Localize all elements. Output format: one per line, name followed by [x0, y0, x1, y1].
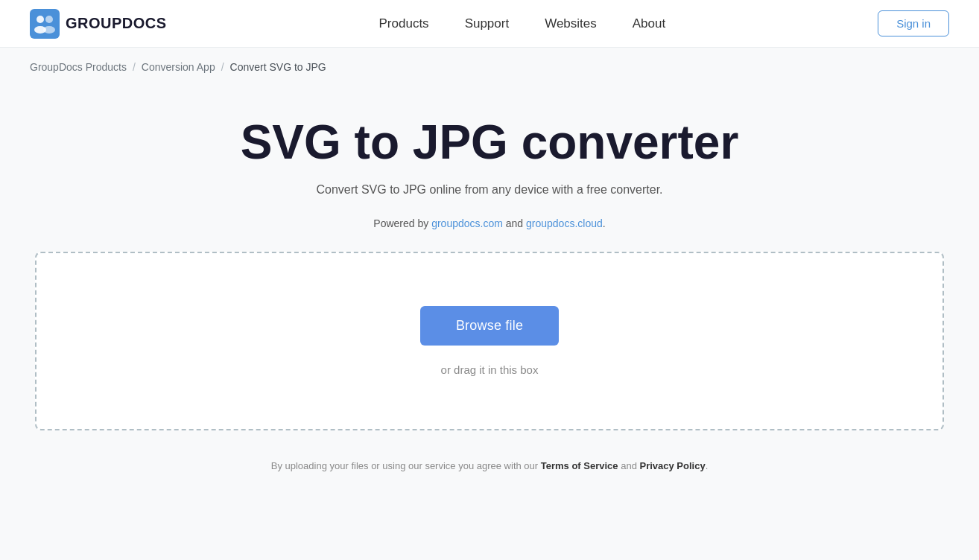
breadcrumb-separator-1: / — [133, 61, 136, 73]
svg-point-4 — [43, 26, 55, 34]
breadcrumb-current: Convert SVG to JPG — [230, 61, 326, 73]
privacy-link[interactable]: Privacy Policy — [639, 460, 705, 471]
breadcrumb-groupdocs-products[interactable]: GroupDocs Products — [30, 61, 127, 73]
powered-by-text: Powered by groupdocs.com and groupdocs.c… — [373, 217, 605, 229]
powered-by-suffix: . — [603, 217, 606, 229]
groupdocs-cloud-link[interactable]: groupdocs.cloud — [526, 217, 603, 229]
groupdocs-logo-icon — [30, 9, 60, 39]
nav-link-support[interactable]: Support — [465, 16, 510, 31]
page-title: SVG to JPG converter — [241, 116, 739, 168]
nav-link-products[interactable]: Products — [379, 16, 429, 31]
breadcrumb-conversion-app[interactable]: Conversion App — [142, 61, 215, 73]
groupdocs-com-link[interactable]: groupdocs.com — [431, 217, 503, 229]
footer-note-between: and — [618, 460, 640, 471]
footer-note-suffix: . — [706, 460, 709, 471]
browse-file-button[interactable]: Browse file — [420, 306, 559, 346]
svg-point-1 — [37, 16, 44, 23]
nav-link-websites[interactable]: Websites — [545, 16, 597, 31]
nav-links: Products Support Websites About — [379, 16, 666, 31]
footer-note: By uploading your files or using our ser… — [271, 460, 709, 471]
powered-by-prefix: Powered by — [373, 217, 431, 229]
page-subtitle: Convert SVG to JPG online from any devic… — [316, 183, 662, 197]
powered-by-between: and — [503, 217, 526, 229]
nav-link-about[interactable]: About — [633, 16, 665, 31]
drag-drop-text: or drag it in this box — [441, 363, 539, 376]
footer-note-prefix: By uploading your files or using our ser… — [271, 460, 541, 471]
main-content: SVG to JPG converter Convert SVG to JPG … — [0, 86, 979, 501]
upload-box[interactable]: Browse file or drag it in this box — [35, 252, 944, 430]
breadcrumb-separator-2: / — [221, 61, 224, 73]
sign-in-button[interactable]: Sign in — [878, 10, 949, 36]
logo-area: GROUPDOCS — [30, 9, 167, 39]
svg-point-2 — [45, 16, 53, 23]
breadcrumb: GroupDocs Products / Conversion App / Co… — [0, 48, 979, 86]
logo-text: GROUPDOCS — [66, 15, 167, 32]
tos-link[interactable]: Terms of Service — [541, 460, 618, 471]
navbar-actions: Sign in — [878, 10, 949, 36]
navbar: GROUPDOCS Products Support Websites Abou… — [0, 0, 979, 48]
svg-rect-0 — [30, 9, 60, 39]
